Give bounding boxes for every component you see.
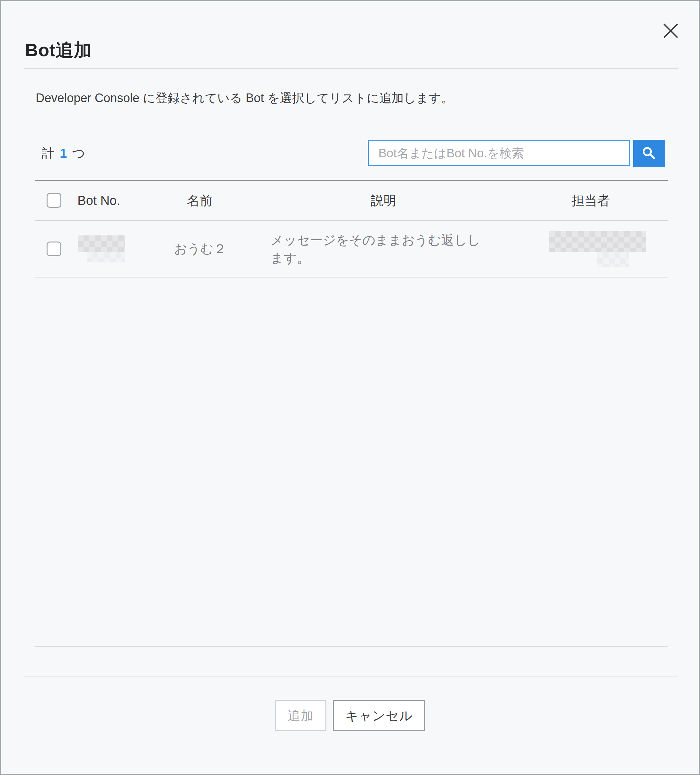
- column-header-owner: 担当者: [539, 192, 668, 210]
- column-header-description: 説明: [268, 192, 539, 210]
- search-group: [368, 140, 665, 167]
- footer: 追加 キャンセル: [1, 700, 699, 731]
- column-header-name: 名前: [172, 192, 268, 210]
- dialog-title: Bot追加: [25, 40, 92, 60]
- close-icon: [662, 22, 679, 39]
- cancel-button[interactable]: キャンセル: [333, 700, 425, 731]
- count-suffix: つ: [72, 146, 85, 160]
- row-checkbox[interactable]: [47, 241, 62, 256]
- close-button[interactable]: [658, 18, 683, 44]
- redacted-owner: [549, 231, 668, 267]
- title-divider: [24, 68, 678, 69]
- table-row: おうむ２ メッセージをそのままおうむ返しします。: [35, 221, 668, 278]
- redaction-pixel-block: [87, 252, 125, 263]
- column-header-bot-no: Bot No.: [65, 193, 172, 208]
- row-checkbox-cell: [35, 241, 65, 256]
- redaction-pixel-block: [78, 235, 125, 252]
- toolbar: 計1つ: [42, 140, 665, 167]
- dialog-description: Developer Console に登録されている Bot を選択してリストに…: [36, 90, 453, 106]
- select-all-checkbox[interactable]: [47, 193, 62, 208]
- redaction-pixel-block: [549, 231, 646, 252]
- bot-add-dialog: Bot追加 Developer Console に登録されている Bot を選択…: [0, 0, 700, 775]
- bot-description-cell: メッセージをそのままおうむ返しします。: [268, 231, 539, 267]
- redacted-bot-no: [78, 235, 172, 263]
- header-checkbox-cell: [35, 193, 65, 208]
- bot-table: Bot No. 名前 説明 担当者 おうむ２ メッセージをそのままおうむ返ししま…: [35, 180, 668, 278]
- count-prefix: 計: [42, 146, 55, 160]
- search-button[interactable]: [633, 140, 665, 167]
- footer-divider: [24, 677, 678, 677]
- count-value: 1: [60, 146, 67, 160]
- bot-description-text: メッセージをそのままおうむ返しします。: [270, 231, 492, 267]
- table-header: Bot No. 名前 説明 担当者: [35, 180, 668, 221]
- add-button[interactable]: 追加: [275, 700, 327, 731]
- bot-name-cell: おうむ２: [172, 240, 268, 258]
- owner-cell: [539, 231, 668, 267]
- table-bottom-divider: [35, 646, 668, 647]
- search-input[interactable]: [368, 140, 630, 166]
- search-icon: [641, 145, 657, 161]
- total-count: 計1つ: [42, 145, 85, 162]
- redaction-pixel-block: [597, 252, 629, 267]
- bot-no-cell: [65, 235, 172, 263]
